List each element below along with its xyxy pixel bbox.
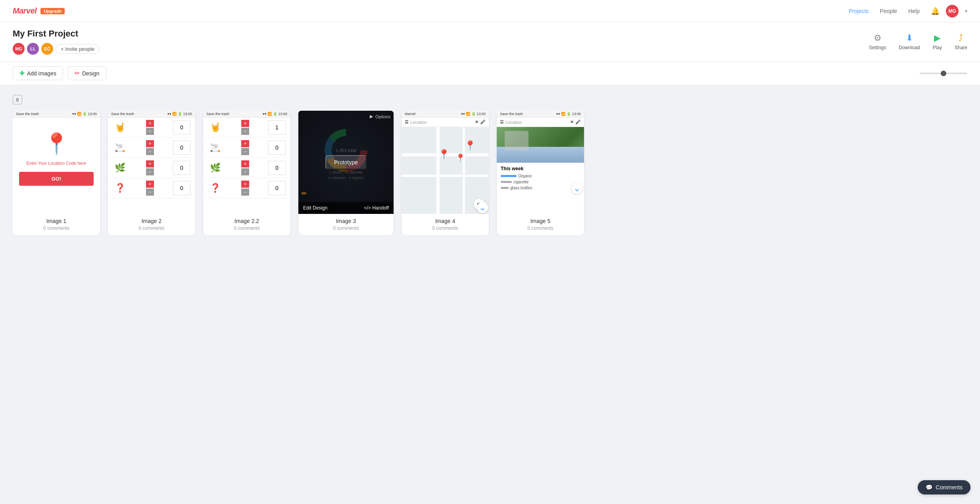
download-button[interactable]: ⬇ Download — [899, 33, 920, 50]
avatar-mg[interactable]: MG — [13, 43, 25, 55]
counter-controls-unknown: + − — [146, 181, 154, 196]
card-preview-1: Save the trash ▾▾ 📶 🔋 13:00 📍 Enter Your… — [13, 111, 100, 214]
share-icon: ⤴ — [959, 33, 963, 43]
options-label: Options — [375, 114, 390, 119]
header: Marvel Upgrade Projects People Help 🔔 MG… — [0, 0, 980, 22]
image-card-3[interactable]: 1.453 total ● plastic ● cigarette ● unkn… — [298, 111, 394, 235]
nav-projects[interactable]: Projects — [849, 8, 869, 14]
status-bar-22: Save the trash ▾▾ 📶 🔋 13:00 — [203, 111, 290, 117]
add-images-button[interactable]: ✚ Add images — [13, 66, 63, 80]
counter-controls-cigarette: + − — [146, 140, 154, 155]
card-name-3: Image 3 — [303, 218, 389, 224]
scroll-down-btn-5[interactable]: ⌄ — [571, 183, 582, 194]
status-icons-22: ▾▾ 📶 🔋 13:00 — [263, 112, 287, 116]
plastic-icon: 🤘 — [113, 120, 127, 135]
invite-people-button[interactable]: + Invite people — [56, 44, 100, 54]
card-comments-22: 0 comments — [208, 225, 286, 231]
counter-controls-plastic-22: + − — [241, 120, 249, 135]
avatar-ll[interactable]: LL — [27, 43, 39, 55]
header-nav: Projects People Help 🔔 MG ▾ — [849, 5, 967, 17]
close-icon-4: ✕ — [475, 119, 478, 125]
settings-button[interactable]: ⚙ Settings — [869, 33, 886, 50]
minus-btn-plastic[interactable]: − — [146, 128, 154, 135]
status-bar-4: Marvel ▾▾ 📶 🔋 13:00 — [402, 111, 489, 117]
prototype-button[interactable]: Prototype — [325, 155, 367, 169]
slider-thumb[interactable] — [941, 71, 946, 76]
card-preview-5: Save the trash ▾▾ 📶 🔋 13:00 ☰ Location ✕… — [497, 111, 584, 214]
map-search-bar-5[interactable]: ☰ Location ✕ 🎤 — [497, 117, 584, 127]
image-card-4[interactable]: Marvel ▾▾ 📶 🔋 13:00 ☰ Location ✕ 🎤 — [402, 111, 489, 235]
minus-btn-unk-22[interactable]: − — [241, 189, 249, 196]
chevron-down-icon[interactable]: ▾ — [965, 8, 967, 14]
design-button[interactable]: ✏ Design — [68, 66, 106, 80]
play-button[interactable]: ▶ Play — [933, 33, 942, 50]
map-pin-3: 📍 — [464, 140, 476, 151]
download-label: Download — [899, 45, 920, 50]
plus-btn-plastic-22[interactable]: + — [241, 120, 249, 127]
organic-label: Organic — [518, 174, 532, 178]
minus-btn-organic[interactable]: − — [146, 168, 154, 175]
plus-btn-organic[interactable]: + — [146, 160, 154, 167]
image-card-5[interactable]: Save the trash ▾▾ 📶 🔋 13:00 ☰ Location ✕… — [497, 111, 584, 235]
card-name-2: Image 2 — [113, 218, 190, 224]
project-info: My First Project MG LL EC + Invite peopl… — [13, 29, 100, 55]
counter-row-org-22: 🌿 + − 0 — [203, 158, 290, 178]
building-photo — [505, 131, 528, 151]
map-search-bar[interactable]: ☰ Location ✕ 🎤 — [402, 117, 489, 127]
card-preview-22: Save the trash ▾▾ 📶 🔋 13:00 🤘 + − 1 — [203, 111, 290, 214]
card-preview-3: 1.453 total ● plastic ● cigarette ● unkn… — [298, 111, 394, 214]
toolbar: ✚ Add images ✏ Design — [0, 62, 980, 85]
plus-btn-org-22[interactable]: + — [241, 160, 249, 167]
zoom-slider[interactable] — [920, 73, 967, 74]
nav-people[interactable]: People — [880, 8, 897, 14]
go-button[interactable]: GO! — [19, 172, 94, 186]
header-left: Marvel Upgrade — [13, 6, 65, 15]
map-search-text-5: Location — [505, 120, 569, 125]
plus-btn-unknown[interactable]: + — [146, 181, 154, 188]
counter-row-plastic-22: 🤘 + − 1 — [203, 117, 290, 138]
edit-design-button[interactable]: Edit Design — [303, 205, 327, 211]
map-road-h2 — [402, 175, 489, 177]
image-card-22[interactable]: Save the trash ▾▾ 📶 🔋 13:00 🤘 + − 1 — [203, 111, 290, 235]
status-bar-2: Save the trash ▾▾ 📶 🔋 13:00 — [108, 111, 195, 117]
pencil-annotation: ✏ — [302, 190, 307, 197]
minus-btn-cigarette[interactable]: − — [146, 148, 154, 155]
minus-btn-cig-22[interactable]: − — [241, 148, 249, 155]
play-small-icon: ▶ — [370, 114, 373, 119]
image-card-1[interactable]: Save the trash ▾▾ 📶 🔋 13:00 📍 Enter Your… — [13, 111, 100, 235]
counter-controls-plastic: + − — [146, 120, 154, 135]
minus-btn-plastic-22[interactable]: − — [241, 128, 249, 135]
plus-btn-cigarette[interactable]: + — [146, 140, 154, 147]
share-button[interactable]: ⤴ Share — [955, 33, 967, 50]
bell-icon[interactable]: 🔔 — [931, 7, 940, 15]
plus-btn-unk-22[interactable]: + — [241, 181, 249, 188]
week-label: This week — [501, 166, 580, 171]
phone-content-1: 📍 Enter Your Location Code here GO! — [13, 117, 100, 214]
image-card-2[interactable]: Save the trash ▾▾ 📶 🔋 13:00 🤘 + − 0 — [108, 111, 195, 235]
nav-help[interactable]: Help — [908, 8, 920, 14]
user-avatar[interactable]: MG — [946, 5, 959, 17]
scroll-down-btn-4[interactable]: ⌄ — [477, 202, 488, 213]
add-images-label: Add images — [27, 70, 56, 77]
avatar-ec[interactable]: EC — [41, 43, 53, 55]
handoff-button[interactable]: </> Handoff — [364, 205, 389, 211]
plus-btn-cig-22[interactable]: + — [241, 140, 249, 147]
plus-btn-plastic[interactable]: + — [146, 120, 154, 127]
unknown-icon: ❓ — [113, 181, 127, 195]
pencil-icon: ✏ — [75, 69, 80, 77]
cigarette-icon-22: 🚬 — [208, 140, 222, 155]
upgrade-badge[interactable]: Upgrade — [40, 8, 65, 14]
organic-bar — [501, 175, 517, 177]
unknown-icon-22: ❓ — [208, 181, 222, 195]
sub-header: My First Project MG LL EC + Invite peopl… — [0, 22, 980, 62]
counter-controls-unk-22: + − — [241, 181, 249, 196]
minus-btn-unknown[interactable]: − — [146, 189, 154, 196]
card-footer-5: Image 5 0 comments — [497, 214, 584, 235]
status-icons-4: ▾▾ 📶 🔋 13:00 — [461, 112, 486, 116]
comments-fab[interactable]: 💬 Comments — [918, 480, 970, 494]
minus-btn-org-22[interactable]: − — [241, 168, 249, 175]
slider-track[interactable] — [920, 73, 967, 74]
card-name-4: Image 4 — [406, 218, 484, 224]
legend-row-cigarette: cigarette — [501, 180, 580, 184]
counter-row-plastic: 🤘 + − 0 — [108, 117, 195, 138]
